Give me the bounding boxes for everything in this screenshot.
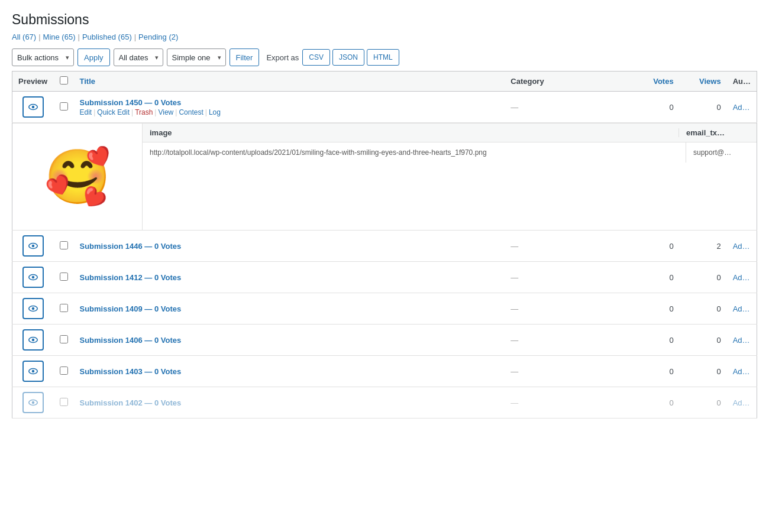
table-row: Submission 1409 — 0 Votes—00Ad… <box>12 293 757 325</box>
edit-link[interactable]: Edit <box>80 108 92 116</box>
expanded-data-panel: image email_tx… http://totalpoll.local/w… <box>143 124 757 230</box>
category-cell: — <box>505 325 632 356</box>
select-all-checkbox[interactable] <box>60 76 68 85</box>
title-cell: Submission 1402 — 0 Votes <box>74 387 505 419</box>
title-cell: Submission 1406 — 0 Votes <box>74 325 505 356</box>
html-button[interactable]: HTML <box>367 49 399 66</box>
submission-title-link[interactable]: Submission 1406 — 0 Votes <box>80 336 182 345</box>
apply-button[interactable]: Apply <box>77 48 110 66</box>
expanded-data-header: image email_tx… <box>143 124 757 142</box>
expanded-row: 🥰 image email_tx… http://totalpoll.local… <box>12 123 757 231</box>
expanded-data-values: http://totalpoll.local/wp-content/upload… <box>143 142 757 163</box>
preview-eye-button[interactable] <box>22 267 44 288</box>
svg-point-7 <box>32 307 35 310</box>
view-link[interactable]: View <box>158 108 173 116</box>
col-header-category: Category <box>505 72 632 92</box>
row-checkbox[interactable] <box>60 273 68 281</box>
submission-title-link[interactable]: Submission 1412 — 0 Votes <box>80 273 182 282</box>
checkbox-cell <box>54 325 74 356</box>
preview-cell <box>12 231 54 262</box>
svg-point-3 <box>32 245 35 248</box>
trash-link[interactable]: Trash <box>135 108 153 116</box>
col-header-title[interactable]: Title <box>74 72 505 92</box>
json-button[interactable]: JSON <box>332 49 364 66</box>
col-header-author: Au… <box>727 72 757 92</box>
submission-title-link[interactable]: Submission 1403 — 0 Votes <box>80 367 182 376</box>
votes-cell: 0 <box>632 92 680 123</box>
category-cell: — <box>505 356 632 387</box>
row-checkbox[interactable] <box>60 102 68 111</box>
author-cell: Ad… <box>727 92 757 123</box>
row-checkbox[interactable] <box>60 366 68 375</box>
svg-point-1 <box>32 106 35 109</box>
submission-title-link[interactable]: Submission 1409 — 0 Votes <box>80 304 182 313</box>
table-row: Submission 1412 — 0 Votes—00Ad… <box>12 262 757 293</box>
date-filter-select[interactable]: All dates <box>114 48 163 66</box>
preview-eye-button[interactable] <box>22 392 44 413</box>
submission-title-link[interactable]: Submission 1402 — 0 Votes <box>80 398 182 407</box>
row-checkbox[interactable] <box>60 335 68 343</box>
title-cell: Submission 1450 — 0 Votes Edit | Quick E… <box>74 92 505 123</box>
preview-eye-button[interactable] <box>22 298 44 319</box>
views-cell: 0 <box>680 262 727 293</box>
table-row: Submission 1402 — 0 Votes—00Ad… <box>12 387 757 419</box>
csv-button[interactable]: CSV <box>302 49 330 66</box>
table-header-row: Preview Title Category Votes Views Au… <box>12 72 757 92</box>
col-header-votes[interactable]: Votes <box>632 72 680 92</box>
submission-title-link[interactable]: Submission 1450 — 0 Votes <box>80 98 182 107</box>
preview-cell <box>12 293 54 325</box>
row-checkbox[interactable] <box>60 398 68 406</box>
views-cell: 0 <box>680 356 727 387</box>
tab-all[interactable]: All (67) <box>12 33 36 41</box>
row-checkbox[interactable] <box>60 304 68 312</box>
form-filter-wrap: Simple one <box>167 48 226 66</box>
views-cell: 0 <box>680 92 727 123</box>
row-checkbox[interactable] <box>60 241 68 249</box>
views-cell: 0 <box>680 325 727 356</box>
author-cell: Ad… <box>727 325 757 356</box>
votes-cell: 0 <box>632 356 680 387</box>
votes-cell: 0 <box>632 293 680 325</box>
export-buttons: CSV JSON HTML <box>302 49 399 66</box>
tab-mine[interactable]: Mine (65) <box>43 33 76 41</box>
filter-button[interactable]: Filter <box>230 48 260 66</box>
preview-cell <box>12 356 54 387</box>
preview-cell <box>12 262 54 293</box>
preview-eye-button[interactable] <box>22 329 44 351</box>
views-cell: 0 <box>680 293 727 325</box>
svg-point-11 <box>32 370 35 373</box>
tab-published[interactable]: Published (65) <box>82 33 132 41</box>
form-filter-select[interactable]: Simple one <box>167 48 226 66</box>
date-filter-wrap: All dates <box>114 48 163 66</box>
preview-eye-button[interactable] <box>22 96 44 118</box>
expanded-content: 🥰 image email_tx… http://totalpoll.local… <box>12 123 757 230</box>
category-cell: — <box>505 293 632 325</box>
tab-pending[interactable]: Pending (2) <box>138 33 178 41</box>
checkbox-cell <box>54 262 74 293</box>
category-cell: — <box>505 387 632 419</box>
table-row: Submission 1403 — 0 Votes—00Ad… <box>12 356 757 387</box>
title-cell: Submission 1409 — 0 Votes <box>74 293 505 325</box>
toolbar: Bulk actions Apply All dates Simple one … <box>12 48 757 66</box>
submissions-table: Preview Title Category Votes Views Au… S… <box>12 71 757 419</box>
bulk-actions-select[interactable]: Bulk actions <box>12 48 74 66</box>
preview-cell <box>12 92 54 123</box>
row-actions: Edit | Quick Edit | Trash | View | Conte… <box>80 108 499 116</box>
title-cell: Submission 1446 — 0 Votes <box>74 231 505 262</box>
log-link[interactable]: Log <box>209 108 221 116</box>
preview-eye-button[interactable] <box>22 361 44 382</box>
col-header-views[interactable]: Views <box>680 72 727 92</box>
votes-cell: 0 <box>632 262 680 293</box>
svg-point-13 <box>32 401 35 404</box>
export-label: Export as <box>266 53 299 62</box>
submission-title-link[interactable]: Submission 1446 — 0 Votes <box>80 242 182 251</box>
author-cell: Ad… <box>727 387 757 419</box>
quick-edit-link[interactable]: Quick Edit <box>97 108 130 116</box>
col-header-preview: Preview <box>12 72 54 92</box>
contest-link[interactable]: Contest <box>179 108 203 116</box>
table-row: Submission 1446 — 0 Votes—02Ad… <box>12 231 757 262</box>
preview-eye-button[interactable] <box>22 235 44 257</box>
author-cell: Ad… <box>727 231 757 262</box>
author-cell: Ad… <box>727 356 757 387</box>
checkbox-cell <box>54 387 74 419</box>
